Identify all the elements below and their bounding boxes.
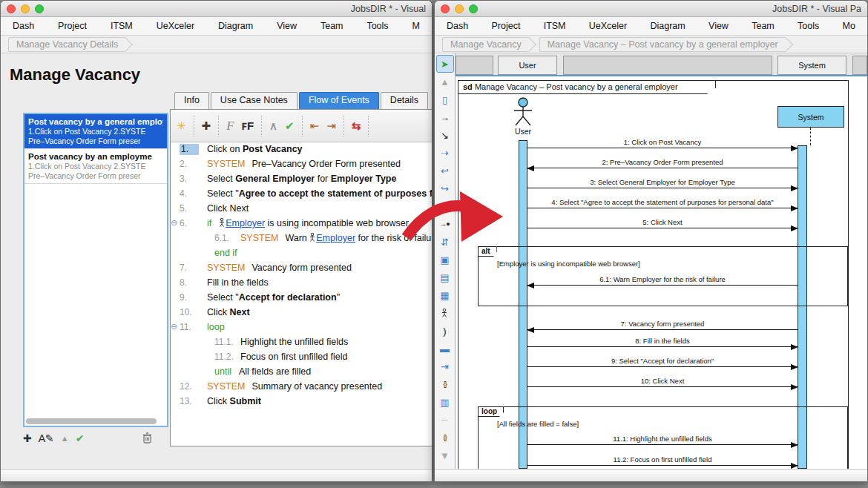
sequence-message[interactable]: 3: Select General Employer for Employer … bbox=[527, 177, 798, 188]
user-lifeline-label[interactable]: User bbox=[506, 127, 540, 136]
menu-team[interactable]: Team bbox=[752, 21, 775, 31]
sequence-message[interactable]: 8: Fill in the fields bbox=[527, 335, 798, 347]
close-button[interactable] bbox=[441, 4, 450, 13]
flow-step-row[interactable]: untilAll fields are filled bbox=[171, 365, 433, 380]
flow-step-row[interactable]: 10.Click Next bbox=[171, 306, 433, 320]
sequence-message[interactable]: 7: Vacancy form presented bbox=[527, 318, 798, 330]
menu-view[interactable]: View bbox=[277, 21, 297, 31]
combined-fragment-icon[interactable]: ▦ bbox=[436, 286, 454, 304]
create-message-icon[interactable]: ⇢ bbox=[436, 144, 454, 162]
constraint-icon[interactable]: {} bbox=[436, 429, 454, 446]
sequence-message[interactable]: 9: Select "Accept for declaration" bbox=[527, 355, 798, 367]
tab-info[interactable]: Info bbox=[174, 92, 209, 109]
flow-step-list[interactable]: 1.Click on Post Vacancy2.SYSTEMPre–Vacan… bbox=[171, 142, 433, 409]
flow-step-row[interactable]: 7.SYSTEMVacancy form presented bbox=[171, 261, 433, 276]
menu-uexceler[interactable]: UeXceler bbox=[589, 21, 627, 31]
frame-icon[interactable]: ▣ bbox=[436, 251, 454, 268]
scroll-up-icon[interactable]: ▲ bbox=[436, 73, 454, 90]
menu-tools[interactable]: Tools bbox=[366, 21, 388, 31]
menu-itsm[interactable]: ITSM bbox=[544, 21, 566, 31]
indent-icon[interactable]: ⇥ bbox=[326, 120, 336, 131]
sequence-message[interactable]: 6.1: Warn Employer for the risk of failu… bbox=[527, 274, 798, 286]
sequence-diagram-canvas[interactable]: sd Manage Vacancy – Post vacancy by a ge… bbox=[456, 76, 868, 469]
diagonal-message-icon[interactable]: ↘ bbox=[436, 126, 454, 144]
tab-flow-of-events[interactable]: Flow of Events bbox=[299, 92, 379, 109]
tab-details[interactable]: Details bbox=[381, 92, 428, 109]
menu-dash[interactable]: Dash bbox=[13, 21, 34, 31]
flow-step-row[interactable]: 2.SYSTEMPre–Vacancy Order Form presented bbox=[171, 157, 433, 172]
sequence-message[interactable]: 2: Pre–Vacancy Order Form presented bbox=[527, 156, 798, 168]
apply-icon[interactable]: ✔ bbox=[285, 120, 295, 131]
lane-header-user[interactable]: User bbox=[498, 56, 557, 75]
menu-diagram[interactable]: Diagram bbox=[218, 21, 253, 31]
flow-step-row[interactable]: ⊖11.loop bbox=[171, 320, 433, 335]
horizontal-scrollbar[interactable] bbox=[26, 418, 157, 424]
swap-steps-icon[interactable]: ⇆ bbox=[352, 120, 361, 131]
flow-step-row[interactable]: 12.SYSTEMSummary of vacancy presented bbox=[171, 380, 433, 395]
menu-tools[interactable]: Tools bbox=[798, 21, 819, 31]
collapse-icon[interactable]: ⊖ bbox=[171, 218, 177, 228]
new-step-icon[interactable]: ✳ bbox=[177, 120, 186, 131]
menu-m[interactable]: M bbox=[412, 21, 420, 31]
flow-step-row[interactable]: ⊖6.ifEmployer is using incompatible web … bbox=[171, 217, 433, 231]
sequence-message[interactable]: 11.1: Highlight the unfilled fields bbox=[527, 433, 798, 445]
flow-step-row[interactable]: 5.Click Next bbox=[171, 202, 433, 217]
use-case-list[interactable]: Post vacancy by a general employer1.Clic… bbox=[23, 113, 168, 427]
edit-use-case-icon[interactable]: A✎ bbox=[39, 433, 54, 444]
continuation-icon[interactable]: ) bbox=[436, 322, 454, 340]
breadcrumb-manage-vacancy[interactable]: Manage Vacancy bbox=[442, 37, 529, 52]
menu-project[interactable]: Project bbox=[491, 21, 520, 31]
gate-icon[interactable]: ⇥ bbox=[436, 357, 454, 375]
flow-step-row[interactable]: 1.Click on Post Vacancy bbox=[171, 142, 433, 157]
breadcrumb-manage-vacancy-details[interactable]: Manage Vacancy Details bbox=[8, 37, 125, 52]
use-case-item[interactable]: Post vacancy by a general employer1.Clic… bbox=[24, 114, 167, 149]
scroll-down-icon[interactable]: ▼ bbox=[436, 446, 454, 464]
zoom-button[interactable] bbox=[469, 4, 478, 13]
system-lifeline-head[interactable]: System bbox=[777, 106, 844, 128]
left-titlebar[interactable]: JobsDIR * - Visual bbox=[1, 1, 432, 17]
sequence-message[interactable]: 11.2: Focus on first unfilled field bbox=[527, 454, 798, 466]
separator-icon[interactable]: ┄ bbox=[436, 411, 454, 429]
message-icon[interactable]: → bbox=[436, 108, 454, 126]
sequence-message[interactable]: 5: Click Next bbox=[527, 217, 798, 228]
interaction-use-icon[interactable]: ▤ bbox=[436, 268, 454, 286]
flow-step-row[interactable]: 3.Select General Employer for Employer T… bbox=[171, 172, 433, 187]
flow-step-row[interactable]: 13.Click Submit bbox=[171, 395, 433, 409]
menu-view[interactable]: View bbox=[708, 21, 729, 31]
cursor-tool-icon[interactable]: ➤ bbox=[436, 55, 454, 73]
right-titlebar[interactable]: JobsDIR * - Visual Pa bbox=[435, 1, 867, 17]
menu-uexceler[interactable]: UeXceler bbox=[157, 21, 194, 31]
outdent-icon[interactable]: ⇤ bbox=[310, 120, 320, 131]
flow-step-row[interactable]: 9.Select "Accept for declaration" bbox=[171, 291, 433, 306]
minimize-button[interactable] bbox=[21, 4, 30, 13]
menu-project[interactable]: Project bbox=[58, 21, 87, 31]
menu-mo[interactable]: Mo bbox=[843, 21, 855, 31]
flow-step-row[interactable]: 6.1.SYSTEMWarn Employer for the risk of … bbox=[171, 231, 433, 246]
self-message-icon[interactable]: ↩ bbox=[436, 162, 454, 179]
font-format-icon[interactable]: ꜰF bbox=[242, 120, 254, 131]
delete-icon[interactable] bbox=[142, 432, 152, 445]
zoom-button[interactable] bbox=[35, 4, 44, 13]
menu-team[interactable]: Team bbox=[320, 21, 343, 31]
sequence-message[interactable]: 4: Select "Agree to accept the statement… bbox=[527, 197, 798, 208]
flow-step-row[interactable]: 11.2.Focus on first unfilled field bbox=[171, 350, 433, 365]
actor-link[interactable]: Employer bbox=[219, 218, 265, 228]
sequence-message[interactable]: 1: Click on Post Vacancy bbox=[527, 136, 798, 148]
move-up-icon[interactable]: ▲ bbox=[61, 435, 69, 443]
use-case-item[interactable]: Post vacancy by an employme1.Click on Po… bbox=[24, 149, 167, 184]
move-up-icon[interactable]: ∧ bbox=[269, 120, 277, 131]
actor-link[interactable]: Employer bbox=[309, 233, 355, 243]
menu-diagram[interactable]: Diagram bbox=[651, 21, 685, 31]
user-actor-icon[interactable] bbox=[510, 97, 536, 127]
activation-icon[interactable]: ▬ bbox=[436, 340, 454, 357]
menu-itsm[interactable]: ITSM bbox=[111, 21, 133, 31]
add-use-case-icon[interactable]: ✚ bbox=[23, 433, 32, 444]
lane-header-system[interactable]: System bbox=[777, 56, 846, 75]
flow-step-row[interactable]: 11.1.Highlight the unfilled fields bbox=[171, 335, 433, 350]
apply-icon[interactable]: ✔ bbox=[76, 433, 85, 444]
lifeline-icon[interactable]: ▯ bbox=[436, 90, 454, 108]
flow-step-row[interactable]: end if bbox=[171, 246, 433, 261]
italic-format-icon[interactable]: F bbox=[226, 119, 234, 132]
collapse-icon[interactable]: ⊖ bbox=[171, 322, 177, 332]
menu-dash[interactable]: Dash bbox=[447, 21, 468, 31]
